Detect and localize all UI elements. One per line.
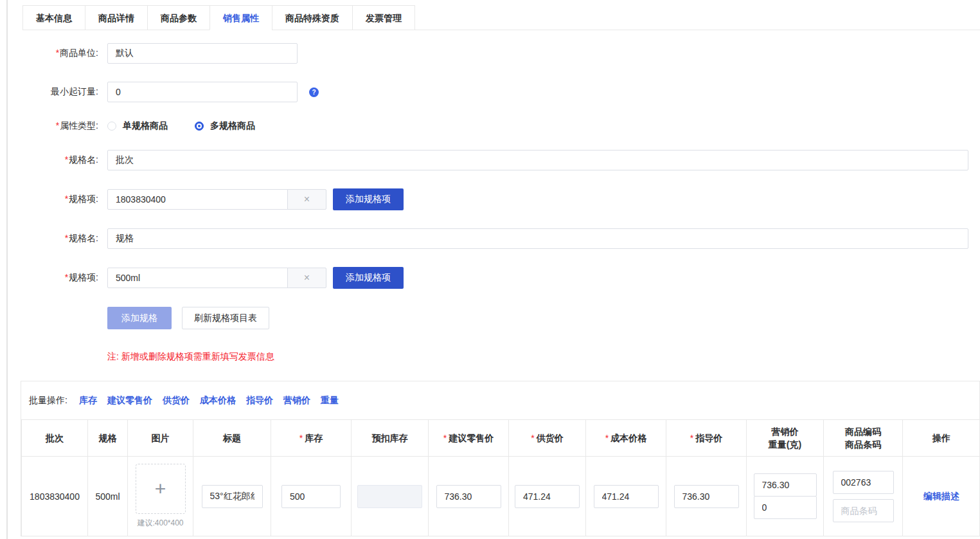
cell-stock (271, 457, 352, 536)
cell-cost-price (586, 457, 666, 536)
spec2-item-label: *规格项: (0, 272, 98, 284)
attr-type-row: *属性类型: 单规格商品 多规格商品 (0, 120, 980, 132)
tab-special-qualifications[interactable]: 商品特殊资质 (272, 5, 353, 30)
unit-input[interactable] (107, 43, 298, 64)
min-order-row: 最小起订量: ? (0, 82, 980, 102)
cell-spec: 500ml (88, 457, 128, 536)
spec1-name-input[interactable] (107, 150, 968, 170)
unit-row: *商品单位: (0, 43, 980, 64)
reserved-stock-input (357, 485, 422, 508)
batch-link-weight[interactable]: 重量 (321, 395, 339, 407)
spec1-item-label: *规格项: (0, 194, 98, 205)
cell-reserved-stock (352, 457, 429, 536)
required-mark: * (56, 120, 59, 131)
batch-link-guide-price[interactable]: 指导价 (246, 395, 273, 407)
min-order-label: 最小起订量: (0, 86, 98, 98)
spec-table-block: 批量操作: 库存 建议零售价 供货价 成本价格 指导价 营销价 重量 批次 规格… (21, 381, 980, 536)
clear-icon[interactable]: × (287, 268, 326, 288)
radio-multi-spec-label[interactable]: 多规格商品 (210, 120, 255, 132)
batch-link-marketing-price[interactable]: 营销价 (283, 395, 310, 407)
attr-type-label: *属性类型: (0, 120, 98, 132)
col-code-barcode: 商品编码商品条码 (824, 420, 903, 457)
note-row: 注: 新增或删除规格项需重新填写发票信息 (0, 351, 980, 363)
col-suggest-price: *建议零售价 (429, 420, 509, 457)
invoice-note: 注: 新增或删除规格项需重新填写发票信息 (107, 351, 274, 363)
spec2-name-row: *规格名: (0, 228, 980, 249)
col-actions: 操作 (903, 420, 980, 457)
cell-marketing-weight (747, 457, 824, 536)
spec-table: 批次 规格 图片 标题 *库存 预扣库存 *建议零售价 *供货价 *成本价格 *… (21, 419, 980, 536)
batch-operations-bar: 批量操作: 库存 建议零售价 供货价 成本价格 指导价 营销价 重量 (21, 381, 979, 419)
spec2-name-label: *规格名: (0, 233, 98, 244)
spec2-item-input[interactable] (107, 268, 288, 288)
col-supply-price: *供货价 (509, 420, 586, 457)
table-row: 1803830400 500ml + 建议:400*400 (22, 457, 980, 536)
col-stock: *库存 (271, 420, 352, 457)
marketing-price-input[interactable] (754, 473, 817, 497)
tab-invoice-management[interactable]: 发票管理 (352, 5, 415, 30)
radio-single-spec-label[interactable]: 单规格商品 (123, 120, 168, 132)
col-guide-price: *指导价 (666, 420, 747, 457)
col-batch: 批次 (22, 420, 88, 457)
cell-supply-price (509, 457, 586, 536)
sales-attributes-form: *商品单位: 最小起订量: ? *属性类型: 单规格商品 多规格商品 *规格名:… (0, 43, 980, 363)
weight-input[interactable] (754, 496, 817, 519)
min-order-input[interactable] (107, 82, 298, 102)
plus-icon: + (155, 478, 166, 500)
col-reserved-stock: 预扣库存 (352, 420, 429, 457)
cell-code-barcode (824, 457, 903, 536)
col-title: 标题 (193, 420, 271, 457)
suggest-price-input[interactable] (436, 485, 501, 508)
stock-input[interactable] (281, 485, 341, 508)
tab-product-detail[interactable]: 商品详情 (85, 5, 148, 30)
spec2-name-input[interactable] (107, 228, 968, 249)
radio-single-spec[interactable] (107, 122, 116, 131)
add-spec-item-button[interactable]: 添加规格项 (333, 267, 404, 289)
batch-operations-label: 批量操作: (29, 395, 67, 407)
col-cost-price: *成本价格 (586, 420, 666, 457)
spec-buttons-row: 添加规格 刷新规格项目表 (0, 307, 980, 329)
spec1-name-row: *规格名: (0, 150, 980, 170)
batch-link-suggest-price[interactable]: 建议零售价 (107, 395, 152, 407)
upload-hint: 建议:400*400 (128, 518, 193, 529)
product-tabs: 基本信息 商品详情 商品参数 销售属性 商品特殊资质 发票管理 (22, 5, 980, 30)
required-mark: * (65, 272, 68, 282)
required-mark: * (65, 194, 68, 204)
table-header-row: 批次 规格 图片 标题 *库存 预扣库存 *建议零售价 *供货价 *成本价格 *… (22, 420, 980, 457)
refresh-spec-table-button[interactable]: 刷新规格项目表 (182, 307, 269, 329)
cell-suggest-price (429, 457, 509, 536)
spec1-name-label: *规格名: (0, 154, 98, 166)
tab-product-params[interactable]: 商品参数 (147, 5, 210, 30)
col-marketing-weight: 营销价重量(克) (747, 420, 824, 457)
supply-price-input[interactable] (515, 485, 580, 508)
help-icon[interactable]: ? (309, 87, 319, 97)
radio-multi-spec[interactable] (195, 122, 204, 131)
image-upload-button[interactable]: + (136, 464, 186, 514)
barcode-input[interactable] (833, 499, 894, 522)
add-spec-item-button[interactable]: 添加规格项 (333, 188, 404, 210)
required-mark: * (56, 48, 59, 58)
spec1-item-input[interactable] (107, 189, 288, 210)
unit-label: *商品单位: (0, 48, 98, 59)
spec1-item-row: *规格项: × 添加规格项 (0, 188, 980, 210)
title-input[interactable] (202, 485, 263, 508)
edit-description-link[interactable]: 编辑描述 (923, 491, 959, 501)
cost-price-input[interactable] (594, 485, 659, 508)
batch-link-stock[interactable]: 库存 (79, 395, 97, 407)
tab-basic-info[interactable]: 基本信息 (22, 5, 85, 30)
batch-link-cost-price[interactable]: 成本价格 (200, 395, 236, 407)
required-mark: * (65, 233, 68, 243)
cell-actions: 编辑描述 (903, 457, 980, 536)
add-spec-button[interactable]: 添加规格 (107, 307, 172, 329)
clear-icon[interactable]: × (287, 189, 326, 210)
batch-link-supply-price[interactable]: 供货价 (163, 395, 190, 407)
cell-title (193, 457, 271, 536)
cell-image: + 建议:400*400 (128, 457, 193, 536)
required-mark: * (65, 154, 68, 165)
col-image: 图片 (128, 420, 193, 457)
product-code-input[interactable] (833, 471, 894, 494)
tab-sales-attributes[interactable]: 销售属性 (209, 5, 272, 30)
left-panel-divider (6, 0, 8, 539)
col-spec: 规格 (88, 420, 128, 457)
guide-price-input[interactable] (674, 485, 739, 508)
